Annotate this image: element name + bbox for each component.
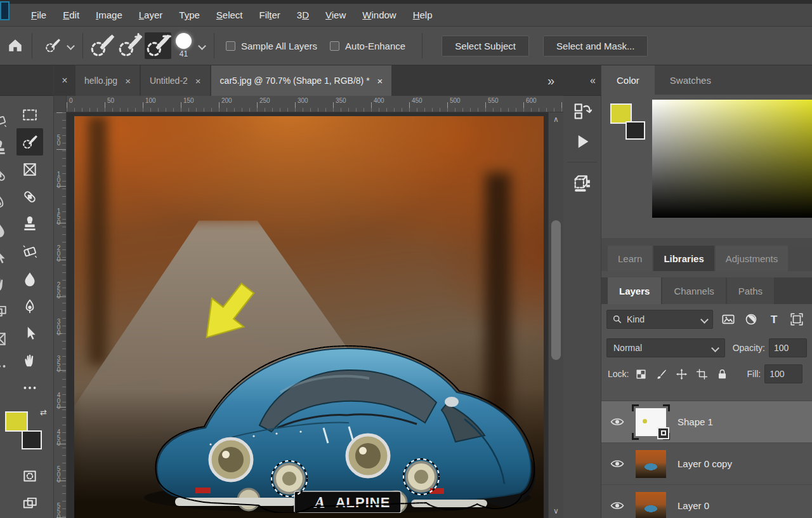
type-filter-icon[interactable]: T <box>766 312 782 327</box>
tab-adjustments[interactable]: Adjustments <box>716 246 789 271</box>
rectangular-marquee-tool[interactable] <box>16 101 43 128</box>
brush-size-picker[interactable]: 41 <box>176 33 205 58</box>
scrollbar-thumb[interactable] <box>551 220 561 360</box>
menu-image[interactable]: Image <box>88 10 131 20</box>
menu-window[interactable]: Window <box>354 10 404 20</box>
fill-input[interactable]: 100 <box>764 364 802 383</box>
layer-row[interactable]: Layer 0 copy <box>601 443 812 485</box>
ruler-label: 250 <box>259 97 270 104</box>
document-canvas[interactable]: A ALPINE <box>74 116 544 518</box>
actions-panel-icon[interactable] <box>563 126 601 157</box>
panel-divider <box>601 271 812 277</box>
select-subject-button[interactable]: Select Subject <box>442 36 529 56</box>
history-panel-icon[interactable] <box>563 96 601 126</box>
menu-help[interactable]: Help <box>405 10 441 20</box>
auto-enhance-checkbox[interactable]: Auto-Enhance <box>330 41 405 51</box>
3d-panel-icon[interactable] <box>563 168 601 198</box>
tab-swatches[interactable]: Swatches <box>655 65 726 95</box>
adjustment-filter-icon[interactable] <box>743 312 759 327</box>
path-selection-tool[interactable] <box>16 319 43 347</box>
image-filter-icon[interactable] <box>721 312 736 327</box>
document-tab[interactable]: hello.jpg× <box>75 65 140 96</box>
frame-tool[interactable] <box>16 156 43 183</box>
tab-learn[interactable]: Learn <box>608 246 652 271</box>
blur-tool[interactable] <box>16 265 43 292</box>
vertical-scrollbar[interactable]: ∧ ∨ <box>548 112 563 518</box>
lock-pixels-icon[interactable] <box>653 367 669 381</box>
menu-layer[interactable]: Layer <box>131 10 171 20</box>
tab-libraries[interactable]: Libraries <box>653 246 714 271</box>
lock-position-icon[interactable] <box>673 367 690 381</box>
select-and-mask-button[interactable]: Select and Mask... <box>543 36 648 56</box>
collapse-panels-icon[interactable]: « <box>563 65 601 96</box>
screen-mode-icon[interactable] <box>16 489 43 517</box>
more-tools[interactable] <box>16 374 43 401</box>
add-to-selection-brush-icon[interactable] <box>117 32 143 59</box>
lock-transparency-icon[interactable] <box>632 367 649 381</box>
photoshop-app-icon[interactable] <box>0 1 10 20</box>
menu-file[interactable]: File <box>23 10 55 20</box>
menu-filter[interactable]: Filter <box>251 10 289 20</box>
pen-tool[interactable] <box>16 292 43 319</box>
home-icon[interactable] <box>4 34 27 57</box>
close-icon[interactable]: × <box>125 76 131 86</box>
tab-paths[interactable]: Paths <box>727 277 774 304</box>
layer-row[interactable]: Shape 1 <box>601 401 812 443</box>
layer-thumbnail[interactable] <box>633 448 669 481</box>
layer-visibility-eye-icon[interactable] <box>606 501 628 510</box>
menu-type[interactable]: Type <box>171 10 208 20</box>
tab-overflow-icon[interactable]: » <box>537 65 563 96</box>
menu-view[interactable]: View <box>317 10 354 20</box>
clone-stamp-tool[interactable] <box>16 210 43 237</box>
document-tab[interactable]: Untitled-2× <box>141 65 210 96</box>
shape-filter-icon[interactable] <box>789 312 804 327</box>
background-color-swatch[interactable] <box>22 430 42 449</box>
subtract-from-selection-brush-icon[interactable] <box>145 32 171 59</box>
close-icon[interactable]: × <box>54 65 75 96</box>
hand-tool[interactable] <box>16 347 43 374</box>
menu-edit[interactable]: Edit <box>55 10 88 20</box>
tool-preset-picker[interactable] <box>37 34 77 57</box>
blend-mode-select[interactable]: Normal <box>606 338 725 357</box>
panel-divider <box>601 238 812 246</box>
color-gradient-picker[interactable] <box>652 100 812 218</box>
layer-visibility-eye-icon[interactable] <box>606 459 628 468</box>
horizontal-ruler: 050100150200250300350400450500550600 <box>54 96 563 112</box>
close-icon[interactable]: × <box>377 76 383 86</box>
chevron-down-icon <box>198 42 206 50</box>
layer-row[interactable]: Layer 0 <box>601 485 812 518</box>
document-tab-active[interactable]: car5.jpg @ 70.7% (Shape 1, RGB/8) *× <box>211 65 392 96</box>
layer-thumbnail[interactable] <box>633 406 669 439</box>
scroll-up-icon[interactable]: ∧ <box>549 115 563 124</box>
sample-all-layers-checkbox[interactable]: Sample All Layers <box>226 41 317 51</box>
brush-preview <box>176 33 192 49</box>
scroll-down-icon[interactable]: ∨ <box>549 507 563 515</box>
selection-brush-tool[interactable] <box>16 128 43 156</box>
background-color-swatch[interactable] <box>625 121 645 140</box>
foreground-color-swatch[interactable] <box>5 411 28 432</box>
menu-select[interactable]: Select <box>208 10 251 20</box>
quick-mask-icon[interactable] <box>16 462 43 489</box>
menu-3d[interactable]: 3D <box>289 10 317 20</box>
layer-name[interactable]: Layer 0 copy <box>678 458 732 469</box>
layer-visibility-eye-icon[interactable] <box>606 417 628 427</box>
layer-name[interactable]: Shape 1 <box>678 416 713 427</box>
color-panel: Color Swatches <box>601 65 812 238</box>
lock-artboard-icon[interactable] <box>693 367 710 381</box>
tab-channels[interactable]: Channels <box>662 277 725 304</box>
layer-filter-kind-select[interactable]: Kind <box>606 310 713 329</box>
ruler-origin-corner[interactable] <box>54 96 67 112</box>
eraser-tool[interactable] <box>16 237 43 265</box>
layer-thumbnail[interactable] <box>633 489 669 518</box>
close-icon[interactable]: × <box>195 76 201 86</box>
tab-color[interactable]: Color <box>601 65 655 95</box>
swap-colors-icon[interactable]: ⇄ <box>40 408 47 417</box>
color-swatch-widget[interactable]: ⇄ <box>5 408 49 452</box>
lock-all-icon[interactable] <box>714 367 730 381</box>
new-selection-brush-icon[interactable] <box>89 32 115 59</box>
tab-layers[interactable]: Layers <box>608 277 661 304</box>
opacity-input[interactable]: 100 <box>769 338 807 357</box>
layer-name[interactable]: Layer 0 <box>678 500 709 511</box>
checkbox-box <box>226 41 235 51</box>
spot-healing-brush-tool[interactable] <box>16 183 43 210</box>
